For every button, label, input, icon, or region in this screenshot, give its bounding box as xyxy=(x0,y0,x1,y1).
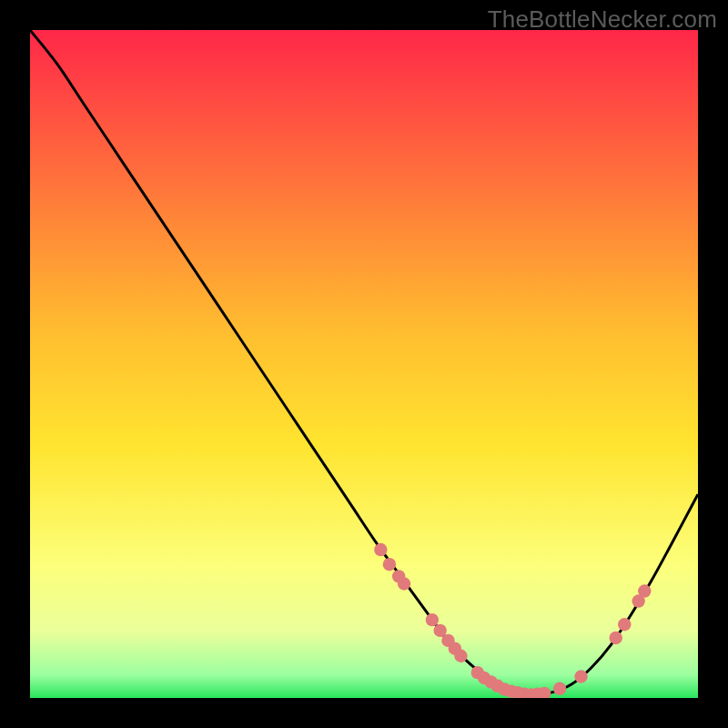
watermark-text: TheBottleNecker.com xyxy=(488,5,717,34)
data-point xyxy=(383,558,396,571)
data-point xyxy=(574,670,587,682)
gradient-background xyxy=(30,30,698,698)
data-point xyxy=(426,613,439,626)
data-point xyxy=(618,618,631,631)
data-point xyxy=(610,632,622,644)
bottleneck-chart xyxy=(30,30,698,698)
data-point xyxy=(374,543,387,556)
chart-frame: TheBottleNecker.com xyxy=(0,0,728,728)
data-point xyxy=(398,577,410,590)
data-point xyxy=(638,584,651,597)
data-point xyxy=(454,650,467,662)
data-point xyxy=(553,682,566,695)
